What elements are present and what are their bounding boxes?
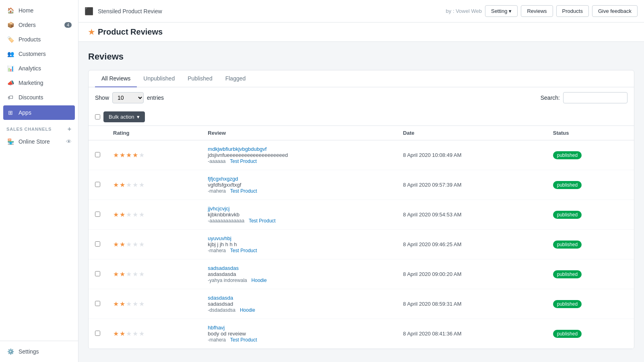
stars-0: ★★★★★ bbox=[113, 152, 145, 158]
select-all-checkbox[interactable] bbox=[95, 114, 100, 119]
table-row: ★★★★★ sadsadasdas asdasdasda -yahya indo… bbox=[89, 259, 634, 289]
bulk-dropdown-icon: ▾ bbox=[137, 114, 140, 120]
table-row: ★★★★★ hbfhavj body od reveiew -mahera Te… bbox=[89, 319, 634, 349]
th-date: Date bbox=[396, 126, 547, 140]
sidebar-label-orders: Orders bbox=[19, 22, 36, 28]
row-review-6: hbfhavj body od reveiew -mahera Test Pro… bbox=[201, 319, 396, 349]
review-body-1: vgfdfsfgxxftxgf bbox=[208, 182, 390, 188]
row-review-3: uyuvuvhbj kjbj j jh h h h -mahera Test P… bbox=[201, 230, 396, 259]
tab-unpublished[interactable]: Unpublished bbox=[137, 70, 181, 87]
row-status-6: published bbox=[547, 319, 634, 349]
sidebar-item-products[interactable]: 🏷️ Products bbox=[0, 32, 78, 47]
home-icon: 🏠 bbox=[6, 6, 14, 14]
row-select-5[interactable] bbox=[95, 301, 100, 306]
sidebar-item-apps[interactable]: ⊞ Apps bbox=[3, 105, 75, 120]
th-review: Review bbox=[201, 126, 396, 140]
review-title-0[interactable]: mdkjwbfiurbkjvbgbdubgvf bbox=[208, 146, 266, 152]
sidebar-label-apps: Apps bbox=[19, 109, 31, 116]
row-date-0: 8 April 2020 10:08:49 AM bbox=[396, 140, 547, 170]
review-title-5[interactable]: sdasdasda bbox=[208, 295, 233, 301]
stars-2: ★★★★★ bbox=[113, 211, 145, 218]
row-rating-4: ★★★★★ bbox=[107, 259, 201, 289]
row-select-3[interactable] bbox=[95, 241, 100, 247]
review-product-0[interactable]: Test Product bbox=[230, 158, 257, 164]
review-title-6[interactable]: hbfhavj bbox=[208, 325, 225, 331]
review-title-3[interactable]: uyuvuvhbj bbox=[208, 235, 231, 241]
row-checkbox-4 bbox=[89, 259, 107, 289]
review-product-3[interactable]: Test Product bbox=[230, 248, 257, 253]
row-select-1[interactable] bbox=[95, 182, 100, 187]
stars-3: ★★★★★ bbox=[113, 241, 145, 248]
review-product-1[interactable]: Test Product bbox=[230, 188, 257, 194]
app-name: Stensiled Product Review bbox=[98, 8, 162, 14]
sidebar-item-analytics[interactable]: 📊 Analytics bbox=[0, 61, 78, 76]
sidebar-item-discounts[interactable]: 🏷 Discounts bbox=[0, 90, 78, 105]
sidebar-item-settings[interactable]: ⚙️ Settings bbox=[0, 344, 78, 359]
settings-label: Settings bbox=[19, 348, 39, 355]
discounts-icon: 🏷 bbox=[6, 93, 14, 101]
table-row: ★★★★★ fjfjcgxhxgzgd vgfdfsfgxxftxgf -mah… bbox=[89, 170, 634, 200]
page-header: ★ Product Reviews bbox=[78, 23, 644, 42]
review-author-0: -aaaaaa bbox=[208, 158, 225, 164]
status-badge-6: published bbox=[553, 330, 582, 338]
review-body-3: kjbj j jh h h h bbox=[208, 241, 390, 247]
review-body-4: asdasdasda bbox=[208, 271, 390, 277]
review-author-5: -dsdadasdsa bbox=[208, 307, 235, 313]
review-product-4[interactable]: Hoodie bbox=[252, 278, 267, 283]
topbar: ⬛ Stensiled Product Review by : Vowel We… bbox=[78, 0, 644, 23]
review-title-4[interactable]: sadsadasdas bbox=[208, 265, 239, 271]
table-row: ★★★★★ sdasdasda sadasdsad -dsdadasdsa Ho… bbox=[89, 289, 634, 319]
bulk-action-button[interactable]: Bulk action ▾ bbox=[103, 111, 145, 122]
sidebar-item-home[interactable]: 🏠 Home bbox=[0, 3, 78, 18]
row-select-0[interactable] bbox=[95, 152, 100, 157]
review-title-2[interactable]: jjvhcjcvjcj bbox=[208, 206, 229, 212]
review-body-5: sadasdsad bbox=[208, 301, 390, 307]
sales-channels-label: SALES CHANNELS bbox=[6, 127, 52, 132]
row-checkbox-1 bbox=[89, 170, 107, 200]
tab-all[interactable]: All Reviews bbox=[95, 70, 137, 87]
orders-badge: 4 bbox=[64, 22, 72, 28]
tab-flagged[interactable]: Flagged bbox=[219, 70, 252, 87]
give-feedback-button[interactable]: Give feedback bbox=[592, 5, 638, 17]
show-label: Show bbox=[95, 95, 109, 101]
review-author-1: -mahera bbox=[208, 188, 226, 194]
sidebar-item-orders[interactable]: 📦 Orders 4 bbox=[0, 18, 78, 32]
channel-visibility-icon[interactable]: 👁 bbox=[66, 138, 72, 145]
row-review-1: fjfjcgxhxgzgd vgfdfsfgxxftxgf -mahera Te… bbox=[201, 170, 396, 200]
add-sales-channel-icon[interactable]: + bbox=[68, 125, 72, 133]
search-area: Search: bbox=[541, 92, 627, 103]
review-product-6[interactable]: Test Product bbox=[230, 337, 257, 343]
review-product-2[interactable]: Test Product bbox=[249, 218, 276, 224]
table-controls: Show 10 25 50 100 entries Search: bbox=[89, 87, 634, 108]
table-row: ★★★★★ jjvhcjcvjcj kjbknbbnkvkb -aaaaaaaa… bbox=[89, 200, 634, 230]
reviews-button[interactable]: Reviews bbox=[521, 5, 553, 17]
orders-icon: 📦 bbox=[6, 21, 14, 29]
table-row: ★★★★★ uyuvuvhbj kjbj j jh h h h -mahera … bbox=[89, 230, 634, 259]
row-select-6[interactable] bbox=[95, 331, 100, 336]
review-author-6: -mahera bbox=[208, 337, 226, 343]
row-select-4[interactable] bbox=[95, 271, 100, 276]
review-title-1[interactable]: fjfjcgxhxgzgd bbox=[208, 176, 238, 182]
sidebar-label-discounts: Discounts bbox=[19, 94, 43, 101]
row-status-4: published bbox=[547, 259, 634, 289]
tab-published[interactable]: Published bbox=[181, 70, 219, 87]
search-input[interactable] bbox=[563, 92, 627, 103]
apps-icon: ⊞ bbox=[6, 109, 14, 117]
sidebar-item-marketing[interactable]: 📣 Marketing bbox=[0, 76, 78, 90]
setting-button[interactable]: Setting ▾ bbox=[485, 5, 518, 17]
status-badge-2: published bbox=[553, 211, 582, 219]
sidebar-channel-online-store[interactable]: 🏪 Online Store 👁 bbox=[0, 134, 78, 149]
topbar-credit: by : Vowel Web bbox=[446, 8, 482, 14]
sidebar: 🏠 Home 📦 Orders 4 🏷️ Products 👥 Customer… bbox=[0, 0, 78, 362]
main-content: ⬛ Stensiled Product Review by : Vowel We… bbox=[78, 0, 644, 362]
sidebar-item-customers[interactable]: 👥 Customers bbox=[0, 47, 78, 61]
products-button[interactable]: Products bbox=[556, 5, 589, 17]
settings-icon: ⚙️ bbox=[6, 348, 14, 356]
review-product-5[interactable]: Hoodie bbox=[240, 307, 255, 313]
row-date-4: 8 April 2020 09:00:20 AM bbox=[396, 259, 547, 289]
row-review-2: jjvhcjcvjcj kjbknbbnkvkb -aaaaaaaaaaaaa … bbox=[201, 200, 396, 230]
row-select-2[interactable] bbox=[95, 212, 100, 217]
row-rating-3: ★★★★★ bbox=[107, 230, 201, 259]
entries-select[interactable]: 10 25 50 100 bbox=[112, 92, 144, 103]
row-checkbox-5 bbox=[89, 289, 107, 319]
